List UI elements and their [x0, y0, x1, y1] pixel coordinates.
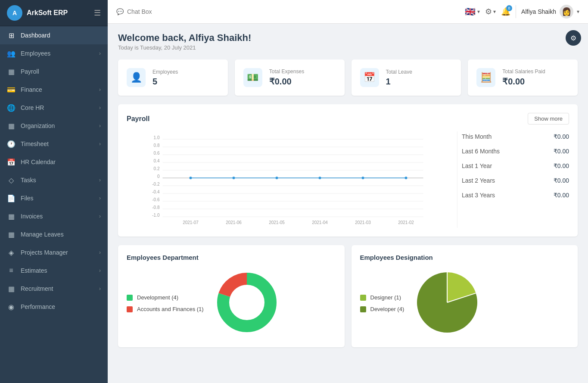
payroll-stat-value: ₹0.00: [554, 162, 569, 169]
sidebar-arrow-invoices: ›: [99, 213, 101, 219]
sidebar-label-recruitment: Recruitment: [21, 285, 99, 292]
chatbox-button[interactable]: 💬 Chat Box: [116, 8, 152, 15]
stat-card-info-total_salaries: Total Salaries Paid ₹0.00: [502, 69, 545, 87]
sidebar-icon-files: 📄: [7, 194, 16, 202]
sidebar-item-estimates[interactable]: ≡ Estimates ›: [0, 262, 108, 280]
svg-text:0.6: 0.6: [154, 151, 160, 156]
sidebar-label-tasks: Tasks: [21, 177, 99, 184]
sidebar-item-performance[interactable]: ◉ Performance: [0, 298, 108, 316]
chatbox-label: Chat Box: [127, 8, 152, 15]
payroll-stat-label: Last 1 Year: [462, 162, 492, 169]
notifications-button[interactable]: 🔔 8: [501, 7, 510, 16]
sidebar-item-tasks[interactable]: ◇ Tasks ›: [0, 171, 108, 189]
page-title: Welcome back, Alfiya Shaikh!: [118, 32, 578, 44]
desig-legend-label: Designer (1): [370, 294, 401, 301]
sidebar-label-dashboard: Dashboard: [21, 32, 101, 39]
stat-card-total_leave[interactable]: 📅 Total Leave 1: [352, 59, 461, 96]
dept-legend-item: Accounts and Finances (1): [127, 306, 204, 312]
svg-text:-0.6: -0.6: [152, 197, 160, 202]
stat-card-info-total_expenses: Total Expenses ₹0.00: [269, 69, 304, 87]
stat-card-info-employees: Employees 5: [152, 69, 178, 87]
svg-text:2021-07: 2021-07: [183, 220, 199, 225]
sidebar-item-files[interactable]: 📄 Files ›: [0, 189, 108, 207]
sidebar-icon-organization: ▦: [7, 121, 16, 130]
page-subtitle: Today is Tuesday, 20 July 2021: [118, 44, 578, 51]
dept-legend-color: [127, 306, 133, 312]
sidebar-item-hrcalendar[interactable]: 📅 HR Calendar: [0, 153, 108, 171]
content-area: ⚙ Welcome back, Alfiya Shaikh! Today is …: [108, 24, 588, 383]
desig-legend-color: [360, 306, 366, 312]
svg-text:-1.0: -1.0: [152, 213, 160, 218]
payroll-header: Payroll Show more: [127, 113, 569, 125]
language-selector[interactable]: 🇬🇧 ▾: [465, 6, 480, 17]
sidebar-icon-timesheet: 🕐: [7, 140, 16, 148]
sidebar-arrow-timesheet: ›: [99, 141, 101, 147]
sidebar-item-projects[interactable]: ◈ Projects Manager ›: [0, 243, 108, 262]
desig-legend: Designer (1) Developer (4): [360, 294, 404, 312]
sidebar-arrow-organization: ›: [99, 123, 101, 129]
sidebar-item-organization[interactable]: ▦ Organization ›: [0, 117, 108, 135]
desig-chart-body: Designer (1) Developer (4): [360, 268, 569, 339]
topbar-divider: [516, 5, 516, 18]
payroll-stat-value: ₹0.00: [554, 133, 569, 140]
svg-text:2021-02: 2021-02: [398, 220, 414, 225]
stat-card-value-employees: 5: [152, 77, 178, 87]
sidebar-icon-corehr: 🌐: [7, 103, 16, 112]
stat-card-value-total_salaries: ₹0.00: [502, 76, 545, 87]
sidebar-item-timesheet[interactable]: 🕐 Timesheet ›: [0, 135, 108, 153]
topbar: 💬 Chat Box 🇬🇧 ▾ ⚙ ▾ 🔔 8 Alfiya Shaikh 👩 …: [108, 0, 588, 24]
stat-card-total_expenses[interactable]: 💵 Total Expenses ₹0.00: [235, 59, 345, 96]
sidebar-item-payroll[interactable]: ▦ Payroll: [0, 62, 108, 81]
dept-chart-title: Employees Department: [127, 254, 336, 261]
sidebar-label-invoices: Invoices: [21, 213, 99, 220]
sidebar-item-employees[interactable]: 👥 Employees ›: [0, 44, 108, 62]
payroll-stat-value: ₹0.00: [554, 192, 569, 199]
sidebar-label-performance: Performance: [21, 303, 101, 310]
payroll-chart-svg: 1.0 0.8 0.6 0.4 0.2 0 -0.2 -0.4 -0.6 -0.…: [127, 131, 448, 226]
sidebar-logo[interactable]: A ArkSoft ERP ☰: [0, 0, 108, 26]
payroll-stat-label: Last 2 Years: [462, 177, 495, 184]
stat-card-info-total_leave: Total Leave 1: [386, 69, 412, 87]
svg-text:2021-06: 2021-06: [226, 220, 242, 225]
user-chevron: ▾: [577, 9, 579, 15]
stat-card-total_salaries[interactable]: 🧮 Total Salaries Paid ₹0.00: [468, 59, 578, 96]
payroll-stat-row: Last 1 Year ₹0.00: [462, 161, 569, 171]
desig-legend-label: Developer (4): [370, 306, 404, 312]
svg-text:-0.2: -0.2: [152, 182, 160, 187]
sidebar-icon-finance: 💳: [7, 85, 16, 94]
content-gear-button[interactable]: ⚙: [566, 30, 581, 46]
topbar-right: 🇬🇧 ▾ ⚙ ▾ 🔔 8 Alfiya Shaikh 👩 ▾: [465, 5, 579, 19]
chat-icon: 💬: [116, 8, 124, 15]
sidebar-item-invoices[interactable]: ▦ Invoices ›: [0, 207, 108, 225]
svg-text:1.0: 1.0: [154, 135, 160, 140]
payroll-section: Payroll Show more 1.0 0.8 0.6 0.4 0.2 0 …: [118, 104, 578, 237]
sidebar-label-employees: Employees: [21, 50, 99, 57]
sidebar-arrow-estimates: ›: [99, 268, 101, 274]
settings-button[interactable]: ⚙ ▾: [485, 7, 496, 16]
sidebar-item-recruitment[interactable]: ▦ Recruitment ›: [0, 280, 108, 298]
sidebar-arrow-recruitment: ›: [99, 286, 101, 292]
payroll-stat-label: Last 6 Months: [462, 148, 500, 155]
sidebar-item-finance[interactable]: 💳 Finance ›: [0, 81, 108, 99]
payroll-stat-row: Last 2 Years ₹0.00: [462, 175, 569, 186]
desig-chart-card: Employees Designation Designer (1) Devel…: [352, 245, 578, 347]
hamburger-icon[interactable]: ☰: [94, 8, 101, 18]
show-more-button[interactable]: Show more: [528, 113, 569, 125]
dept-chart-card: Employees Department Development (4) Acc…: [118, 245, 345, 347]
sidebar-icon-tasks: ◇: [7, 176, 16, 184]
sidebar-icon-payroll: ▦: [7, 67, 16, 76]
stat-card-icon-total_salaries: 🧮: [476, 68, 495, 87]
dept-legend-color: [127, 295, 133, 301]
payroll-stat-label: Last 3 Years: [462, 192, 495, 199]
dept-legend: Development (4) Accounts and Finances (1…: [127, 294, 204, 312]
stat-card-label-employees: Employees: [152, 69, 178, 75]
sidebar-item-dashboard[interactable]: ⊞ Dashboard: [0, 26, 108, 44]
user-menu[interactable]: Alfiya Shaikh 👩 ▾: [521, 5, 579, 19]
desig-legend-color: [360, 295, 366, 301]
sidebar-label-timesheet: Timesheet: [21, 140, 99, 147]
sidebar-item-corehr[interactable]: 🌐 Core HR ›: [0, 99, 108, 117]
sidebar-item-manageleaves[interactable]: ▦ Manage Leaves: [0, 225, 108, 243]
stat-card-employees[interactable]: 👤 Employees 5: [118, 59, 228, 96]
payroll-stat-value: ₹0.00: [554, 148, 569, 155]
stat-card-value-total_expenses: ₹0.00: [269, 76, 304, 87]
